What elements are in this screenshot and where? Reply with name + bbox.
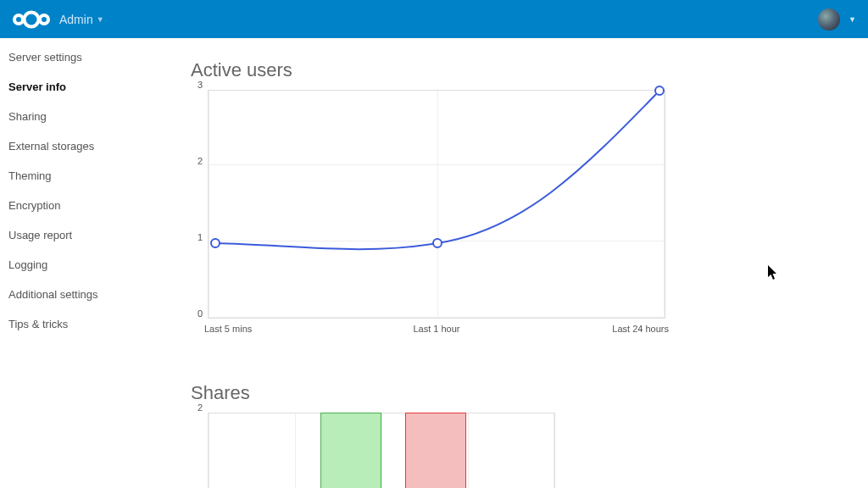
section-title-shares: Shares bbox=[191, 382, 839, 404]
nextcloud-logo[interactable] bbox=[12, 9, 51, 30]
sidebar-item-label: Tips & tricks bbox=[8, 318, 68, 330]
y-tick: 2 bbox=[198, 402, 203, 413]
bar bbox=[320, 413, 381, 488]
avatar bbox=[818, 8, 840, 30]
sidebar-item-server-info[interactable]: Server info bbox=[0, 72, 174, 102]
svg-point-2 bbox=[40, 15, 48, 24]
x-tick: Last 1 hour bbox=[413, 324, 459, 334]
sidebar-item-theming[interactable]: Theming bbox=[0, 161, 174, 191]
top-bar: Admin ▼ ▼ bbox=[0, 0, 868, 38]
section-title-active-users: Active users bbox=[191, 59, 839, 81]
data-point bbox=[211, 239, 220, 247]
sidebar-item-server-settings[interactable]: Server settings bbox=[0, 42, 174, 72]
user-menu[interactable]: ▼ bbox=[818, 8, 856, 30]
y-tick: 3 bbox=[198, 80, 203, 90]
sidebar-item-usage-report[interactable]: Usage report bbox=[0, 220, 174, 250]
x-tick: Last 24 hours bbox=[612, 324, 669, 334]
data-point bbox=[655, 86, 664, 95]
chevron-down-icon: ▼ bbox=[97, 15, 104, 24]
sidebar-item-sharing[interactable]: Sharing bbox=[0, 102, 174, 131]
data-point bbox=[433, 239, 442, 247]
chevron-down-icon: ▼ bbox=[849, 15, 856, 24]
sidebar-item-label: Theming bbox=[8, 169, 52, 182]
app-switcher[interactable]: Admin ▼ bbox=[59, 13, 104, 26]
svg-point-0 bbox=[25, 12, 39, 26]
sidebar-item-logging[interactable]: Logging bbox=[0, 250, 174, 280]
x-tick: Last 5 mins bbox=[204, 324, 252, 334]
svg-point-1 bbox=[14, 15, 23, 24]
y-tick: 0 bbox=[198, 308, 203, 319]
sidebar-item-external-storages[interactable]: External storages bbox=[0, 131, 174, 161]
y-tick: 1 bbox=[198, 232, 203, 242]
sidebar-item-label: Encryption bbox=[8, 199, 60, 212]
sidebar-item-encryption[interactable]: Encryption bbox=[0, 191, 174, 220]
sidebar-item-label: Server info bbox=[8, 80, 66, 93]
sidebar-item-additional-settings[interactable]: Additional settings bbox=[0, 280, 174, 309]
settings-sidebar: Server settings Server info Sharing Exte… bbox=[0, 38, 174, 488]
sidebar-item-label: Sharing bbox=[8, 110, 47, 123]
active-users-chart: 0 1 2 3 Last 5 mins Last 1 hour Last 24 … bbox=[208, 90, 665, 319]
sidebar-item-label: Logging bbox=[8, 258, 47, 271]
line-series bbox=[215, 91, 659, 249]
bar bbox=[405, 413, 466, 488]
shares-chart: 2 bbox=[208, 413, 555, 488]
app-name-label: Admin bbox=[59, 13, 93, 26]
sidebar-item-tips-tricks[interactable]: Tips & tricks bbox=[0, 309, 174, 339]
sidebar-item-label: Usage report bbox=[8, 229, 72, 241]
sidebar-item-label: External storages bbox=[8, 140, 94, 152]
sidebar-item-label: Server settings bbox=[8, 51, 82, 64]
y-tick: 2 bbox=[198, 156, 203, 166]
sidebar-item-label: Additional settings bbox=[8, 288, 98, 301]
content-scroll-area[interactable]: Active users bbox=[174, 38, 856, 488]
